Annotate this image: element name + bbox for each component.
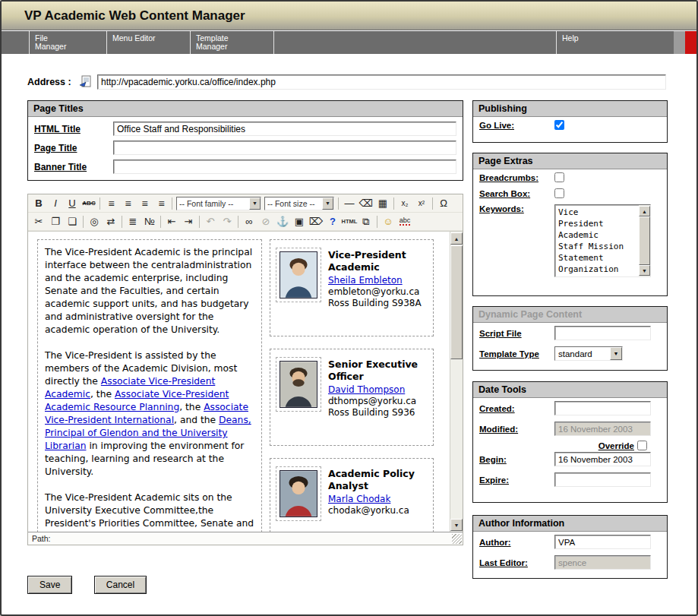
find-button[interactable]: ◎ — [86, 214, 103, 229]
strikethrough-button[interactable]: ABC — [81, 196, 97, 211]
script-file-label[interactable]: Script File — [479, 329, 554, 338]
menu-item-file-manager[interactable]: File Manager — [29, 31, 106, 54]
staff-name-link[interactable]: Sheila Embleton — [328, 275, 403, 286]
scroll-up-button[interactable]: ▲ — [450, 232, 463, 245]
indent-button[interactable]: ⇥ — [180, 214, 197, 229]
search-box-checkbox[interactable] — [554, 188, 564, 198]
banner-title-input[interactable] — [113, 160, 456, 174]
special-char-button[interactable]: Ω — [435, 196, 452, 211]
scrollbar-thumb[interactable] — [639, 216, 650, 265]
keyword-item[interactable]: Staff Mission — [558, 241, 647, 252]
resize-grip[interactable] — [452, 534, 462, 544]
begin-input[interactable] — [554, 452, 651, 466]
author-input[interactable] — [554, 535, 651, 549]
scroll-down-button[interactable]: ▼ — [639, 265, 650, 276]
template-type-label[interactable]: Template Type — [479, 349, 554, 359]
created-label[interactable]: Created: — [479, 404, 554, 413]
page-title-label[interactable]: Page Title — [34, 143, 113, 153]
menu-item-template-manager[interactable]: Template Manager — [190, 31, 273, 54]
menu-item-menu-editor[interactable]: Menu Editor — [106, 31, 190, 54]
script-file-input[interactable] — [554, 326, 651, 340]
html-title-input[interactable] — [113, 122, 456, 136]
keywords-scrollbar[interactable]: ▲ ▼ — [639, 205, 650, 276]
copy-button[interactable]: ❐ — [47, 214, 64, 229]
find-replace-button[interactable]: ⇄ — [103, 214, 119, 229]
begin-label[interactable]: Begin: — [479, 455, 554, 464]
unlink-button[interactable]: ⊘ — [257, 214, 274, 229]
spellcheck-button[interactable]: abc — [396, 214, 413, 229]
modified-input — [554, 422, 651, 436]
preview-button[interactable]: ⧉ — [358, 214, 374, 229]
created-input[interactable] — [554, 401, 651, 415]
align-justify-button[interactable]: ≡ — [153, 196, 169, 211]
html-title-label[interactable]: HTML Title — [34, 124, 113, 134]
font-size-select[interactable]: -- Font size -- ▼ — [264, 197, 334, 210]
publishing-panel: Publishing Go Live: — [472, 100, 668, 143]
redo-button[interactable]: ↷ — [219, 214, 235, 229]
keywords-label[interactable]: Keywords: — [479, 204, 554, 213]
template-type-select[interactable]: standard ▼ — [554, 346, 623, 361]
numbered-list-button[interactable]: № — [141, 214, 158, 229]
html-source-button[interactable]: HTML — [341, 214, 358, 229]
help-button[interactable]: ? — [324, 214, 341, 229]
address-input[interactable] — [97, 74, 666, 90]
override-label[interactable]: Override — [599, 441, 634, 450]
superscript-button[interactable]: x² — [413, 196, 430, 211]
align-left-button[interactable]: ≡ — [103, 196, 119, 211]
author-label[interactable]: Author: — [479, 538, 554, 547]
staff-name-link[interactable]: Marla Chodak — [328, 494, 390, 505]
copy-icon: ❐ — [51, 216, 60, 227]
insert-image-button[interactable]: ▣ — [291, 214, 308, 229]
outdent-button[interactable]: ⇤ — [163, 214, 180, 229]
italic-button[interactable]: I — [47, 196, 64, 211]
bold-button[interactable]: B — [30, 196, 47, 211]
align-right-button[interactable]: ≡ — [136, 196, 153, 211]
scroll-down-button[interactable]: ▼ — [450, 519, 463, 531]
keyword-item[interactable]: President — [558, 218, 647, 229]
expire-input[interactable] — [554, 472, 651, 487]
cancel-button[interactable]: Cancel — [94, 576, 147, 594]
keyword-item[interactable]: Academic — [558, 229, 647, 241]
banner-title-label[interactable]: Banner Title — [34, 162, 113, 172]
modified-label[interactable]: Modified: — [479, 425, 554, 434]
breadcrumbs-checkbox[interactable] — [554, 172, 564, 182]
font-family-select[interactable]: -- Font family -- ▼ — [176, 197, 261, 210]
insert-table-button[interactable]: ▦ — [374, 196, 391, 211]
cleanup-button[interactable]: ⌦ — [308, 214, 324, 229]
insert-link-button[interactable]: ∞ — [241, 214, 257, 229]
page-title-input[interactable] — [113, 141, 456, 155]
remove-format-button[interactable]: ⌫ — [358, 196, 374, 211]
save-button[interactable]: Save — [27, 576, 72, 594]
keyword-item[interactable]: Organization — [558, 264, 647, 275]
keywords-listbox[interactable]: Vice President Academic Staff Mission St… — [554, 204, 651, 277]
underline-button[interactable]: U — [64, 196, 81, 211]
subscript-button[interactable]: x₂ — [396, 196, 413, 211]
editor-scrollbar[interactable]: ▲ ▼ — [450, 232, 463, 532]
expire-label[interactable]: Expire: — [479, 475, 554, 485]
undo-button[interactable]: ↶ — [202, 214, 219, 229]
menu-item-help[interactable]: Help — [556, 31, 674, 54]
page-extras-panel: Page Extras Breadcrumbs: Search Box: Key… — [472, 153, 668, 296]
breadcrumbs-label[interactable]: Breadcrumbs: — [479, 173, 554, 182]
editor-canvas[interactable]: The Vice-President Academic is the princ… — [28, 231, 463, 532]
dynamic-page-content-header: Dynamic Page Content — [473, 307, 667, 323]
keyword-item[interactable]: Vice — [558, 207, 647, 218]
horizontal-rule-button[interactable]: — — [341, 196, 358, 211]
go-live-label[interactable]: Go Live: — [479, 121, 554, 130]
bullet-list-button[interactable]: ≣ — [125, 214, 141, 229]
keyword-item[interactable]: Statement — [558, 252, 647, 264]
search-box-label[interactable]: Search Box: — [479, 189, 554, 198]
emoticon-button[interactable]: ☺ — [380, 214, 396, 229]
cut-button[interactable]: ✂ — [30, 214, 47, 229]
last-editor-label[interactable]: Last Editor: — [479, 558, 554, 567]
numbered-list-icon: № — [144, 216, 155, 227]
scrollbar-thumb[interactable] — [450, 245, 463, 359]
override-checkbox[interactable] — [637, 441, 647, 450]
align-center-button[interactable]: ≡ — [119, 196, 136, 211]
scroll-up-button[interactable]: ▲ — [639, 206, 650, 216]
paste-button[interactable]: ❏ — [64, 214, 81, 229]
anchor-button[interactable]: ⚓ — [274, 214, 291, 229]
staff-name-link[interactable]: David Thompson — [328, 384, 405, 396]
go-live-checkbox[interactable] — [554, 120, 564, 130]
editor-content[interactable]: The Vice-President Academic is the princ… — [28, 232, 450, 532]
